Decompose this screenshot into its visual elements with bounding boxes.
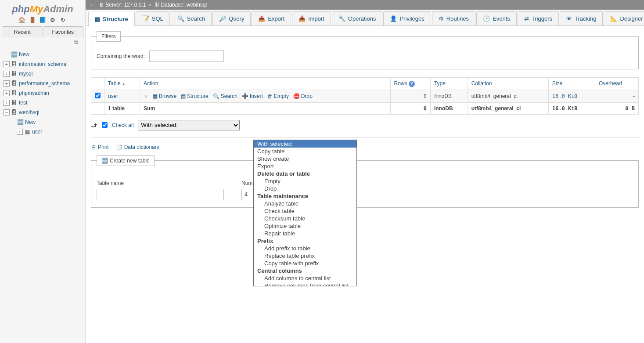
new-db-icon: 🆕: [11, 51, 18, 58]
action-structure[interactable]: ▤Structure: [181, 93, 209, 99]
triggers-icon: ⇄: [524, 15, 529, 22]
dropdown-option[interactable]: Optimize table: [254, 222, 356, 230]
action-insert[interactable]: ➕Insert: [242, 93, 263, 99]
query-icon: 🔎: [219, 15, 226, 22]
collapse-sidebar-icon[interactable]: ←: [90, 2, 95, 8]
print-icon: 🖨: [91, 144, 96, 150]
col-size[interactable]: Size: [548, 78, 595, 90]
tab-query[interactable]: 🔎Query: [212, 11, 251, 25]
col-table[interactable]: Table: [104, 78, 140, 90]
logout-icon[interactable]: 🚪: [29, 17, 36, 24]
nav-db-performance_schema[interactable]: +🗄 performance_schema: [4, 79, 85, 88]
tracking-icon: 👁: [566, 15, 572, 22]
sum-size: 16.0 KiB: [548, 102, 595, 114]
nav-db-phpmyadmin[interactable]: +🗄 phpmyadmin: [4, 88, 85, 98]
logo[interactable]: phpMyAdmin: [0, 0, 85, 16]
col-rows[interactable]: Rows ?: [390, 78, 430, 90]
nav-db-webihsql-user[interactable]: +▦ user: [4, 127, 85, 137]
settings-icon[interactable]: ⚙: [49, 17, 56, 24]
main-tabs: ▦Structure 📝SQL 🔍Search 🔎Query 📤Export 📥…: [86, 10, 644, 26]
sum-overhead: 0 B: [595, 102, 638, 114]
action-browse[interactable]: ▦Browse: [153, 93, 176, 99]
drop-icon: ⛔: [293, 93, 300, 99]
table-name-link[interactable]: user: [108, 93, 118, 99]
help-icon[interactable]: ?: [409, 81, 415, 87]
tab-designer[interactable]: 📐Designer: [604, 11, 644, 25]
dropdown-option[interactable]: With selected:: [254, 140, 356, 148]
tab-search[interactable]: 🔍Search: [171, 11, 212, 25]
dropdown-option[interactable]: Analyze table: [254, 200, 356, 207]
docs-icon[interactable]: 📘: [39, 17, 46, 24]
nav-db-test[interactable]: +🗄 test: [4, 98, 85, 108]
filters-legend: Filters: [97, 31, 121, 42]
dropdown-option[interactable]: Empty: [254, 177, 356, 185]
action-empty[interactable]: 🗑Empty: [267, 93, 289, 99]
col-collation[interactable]: Collation: [468, 78, 548, 90]
action-drop[interactable]: ⛔Drop: [293, 93, 313, 99]
dropdown-option[interactable]: Copy table: [254, 148, 356, 155]
dictionary-icon: 📑: [116, 144, 122, 150]
nav-db-information_schema[interactable]: +🗄 information_schema: [4, 59, 85, 69]
structure-icon: ▦: [95, 16, 100, 22]
tab-routines[interactable]: ⚙Routines: [432, 11, 475, 25]
create-table-legend: 🆕Create new table: [97, 155, 155, 166]
with-selected-select[interactable]: With selected:: [138, 120, 240, 130]
routines-icon: ⚙: [439, 15, 444, 22]
tab-operations[interactable]: 🔧Operations: [332, 11, 383, 25]
check-all-link[interactable]: Check all: [112, 122, 133, 128]
tab-triggers[interactable]: ⇄Triggers: [518, 11, 559, 25]
check-all-row: ↲ Check all With selected:: [91, 117, 639, 138]
row-checkbox[interactable]: [95, 93, 101, 98]
sidebar-tabs: Recent Favorites: [0, 26, 85, 37]
breadcrumb-database[interactable]: 🗄 Database: webihsql: [154, 2, 207, 8]
dropdown-option[interactable]: Repair table: [254, 230, 356, 237]
nav-db-mysql[interactable]: +🗄 mysql: [4, 69, 85, 79]
operations-icon: 🔧: [338, 15, 345, 22]
table-icon: ▦: [24, 128, 31, 135]
with-selected-dropdown[interactable]: With selected: Copy tableShow createExpo…: [253, 140, 357, 286]
dropdown-option[interactable]: Remove columns from central list: [254, 282, 356, 286]
home-icon[interactable]: 🏠: [18, 17, 25, 24]
col-type[interactable]: Type: [430, 78, 468, 90]
tab-import[interactable]: 📥Import: [292, 11, 331, 25]
tab-sql[interactable]: 📝SQL: [136, 11, 170, 25]
dropdown-option[interactable]: Show create: [254, 155, 356, 162]
check-all-checkbox[interactable]: [102, 122, 108, 128]
database-icon: 🗄: [11, 80, 18, 87]
tab-events[interactable]: 🕒Events: [476, 11, 517, 25]
dropdown-option[interactable]: Add prefix to table: [254, 245, 356, 252]
breadcrumb-server[interactable]: 🖥 Server: 127.0.0.1: [99, 2, 146, 8]
print-row: 🖨Print 📑Data dictionary: [91, 144, 639, 150]
tab-recent[interactable]: Recent: [2, 26, 43, 37]
insert-icon: ➕: [242, 93, 248, 99]
reload-icon[interactable]: ↻: [60, 17, 67, 24]
action-search[interactable]: 🔍Search: [213, 93, 237, 99]
filter-input[interactable]: [149, 51, 224, 62]
nav-new[interactable]: 🆕 New: [4, 50, 85, 59]
breadcrumb: ← 🖥 Server: 127.0.0.1 » 🗄 Database: webi…: [86, 0, 644, 10]
tab-export[interactable]: 📤Export: [252, 11, 291, 25]
new-table-icon: 🆕: [101, 158, 108, 164]
print-link[interactable]: 🖨Print: [91, 144, 109, 150]
tab-privileges[interactable]: 👤Privileges: [383, 11, 431, 25]
dropdown-option[interactable]: Checksum table: [254, 215, 356, 222]
dropdown-option[interactable]: Replace table prefix: [254, 252, 356, 260]
tab-tracking[interactable]: 👁Tracking: [560, 11, 603, 25]
nav-db-webihsql[interactable]: −🗄 webihsql: [4, 108, 85, 117]
dropdown-option[interactable]: Drop: [254, 185, 356, 192]
dropdown-option[interactable]: Export: [254, 162, 356, 170]
nav-db-webihsql-new[interactable]: 🆕 New: [4, 117, 85, 127]
dropdown-option[interactable]: Copy table with prefix: [254, 260, 356, 267]
col-overhead[interactable]: Overhead: [595, 78, 638, 90]
table-name-input[interactable]: [97, 189, 224, 200]
data-dictionary-link[interactable]: 📑Data dictionary: [116, 144, 159, 150]
sum-count: 1 table: [104, 102, 140, 114]
dropdown-option[interactable]: Add columns to central list: [254, 274, 356, 282]
summary-row: 1 table Sum 0 InnoDB utf8mb4_general_ci …: [91, 102, 639, 114]
tab-structure[interactable]: ▦Structure: [88, 12, 135, 26]
favorite-icon[interactable]: ★: [144, 93, 148, 99]
dropdown-option[interactable]: Check table: [254, 207, 356, 215]
collapse-icon[interactable]: ⧉: [0, 37, 85, 48]
privileges-icon: 👤: [390, 15, 397, 22]
tab-favorites[interactable]: Favorites: [43, 26, 84, 37]
